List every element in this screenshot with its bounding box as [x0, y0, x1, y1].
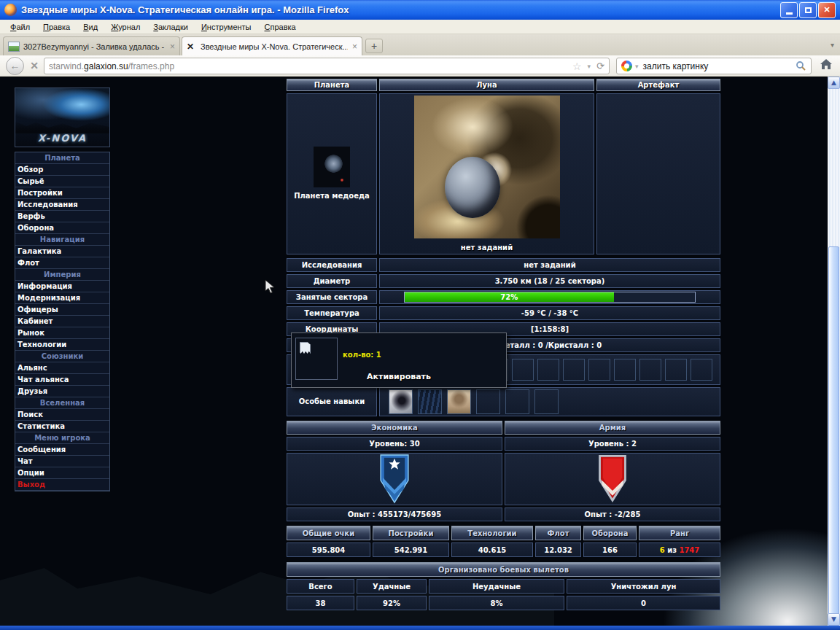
sidebar-item-officers[interactable]: Офицеры: [15, 304, 109, 316]
sidebar-item-alliance[interactable]: Альянс: [15, 362, 109, 374]
artefact-slot[interactable]: [537, 359, 559, 381]
menu-edit[interactable]: Правка: [37, 21, 76, 33]
sidebar-item-defense[interactable]: Оборона: [15, 222, 109, 234]
skill-slot-empty[interactable]: [534, 389, 559, 414]
search-input[interactable]: залить картинку: [643, 61, 796, 71]
window-bottom-border: [0, 626, 840, 630]
minimize-button[interactable]: [780, 2, 798, 18]
sidebar-item-modernization[interactable]: Модернизация: [15, 292, 109, 304]
sidebar-menu: Планета Обзор Сырьё Постройки Исследован…: [15, 152, 110, 491]
bookmark-star-icon[interactable]: ☆: [572, 61, 582, 72]
raids-header-moons-destroyed: Уничтожил лун: [567, 579, 720, 594]
firefox-window: Звездные миры X-Nova. Стратегическая онл…: [0, 0, 840, 630]
reload-icon[interactable]: ⟳: [596, 61, 604, 71]
rank-exp: Опыт : 455173/475695 Опыт : -2/285: [287, 508, 720, 521]
artefact-slot[interactable]: [639, 359, 661, 381]
menu-bar: Файл Правка Вид Журнал Закладки Инструме…: [0, 20, 840, 34]
sidebar-item-fleet[interactable]: Флот: [15, 257, 109, 269]
sidebar-item-friends[interactable]: Друзья: [15, 386, 109, 397]
url-dropdown-icon[interactable]: ▾: [588, 63, 591, 70]
row-diameter: Диаметр 3.750 км (18 / 25 сектора): [287, 274, 720, 288]
tab-bar: 3027Bezymyannyi - Заливка удалась - ... …: [0, 34, 840, 55]
url-path: /frames.php: [128, 61, 174, 71]
skill-icon-1[interactable]: [389, 389, 413, 414]
title-bar: Звездные миры X-Nova. Стратегическая онл…: [0, 0, 840, 20]
tab-list-arrow-icon[interactable]: ▾: [831, 41, 834, 49]
stats-header-fleet: Флот: [535, 526, 581, 540]
menu-history[interactable]: Журнал: [105, 21, 146, 33]
sidebar-item-chat[interactable]: Чат: [15, 456, 109, 467]
sidebar-item-shipyard[interactable]: Верфь: [15, 211, 109, 222]
row-diameter-value: 3.750 км (18 / 25 сектора): [379, 274, 720, 288]
game-logo[interactable]: X-NOVA: [15, 88, 110, 147]
artefact-slot[interactable]: [563, 359, 585, 381]
row-diameter-label: Диаметр: [287, 274, 377, 288]
tab-close-icon[interactable]: ×: [170, 42, 175, 52]
menu-file[interactable]: Файл: [4, 21, 36, 33]
new-tab-button[interactable]: +: [365, 39, 383, 53]
menu-view[interactable]: Вид: [77, 21, 104, 33]
back-button[interactable]: ←: [6, 57, 24, 75]
sidebar-item-statistics[interactable]: Статистика: [15, 421, 109, 432]
google-icon[interactable]: [621, 61, 632, 71]
artefact-slot[interactable]: [614, 359, 636, 381]
url-bar[interactable]: starwind.galaxion.su/frames.php ☆ ▾ ⟳: [44, 58, 610, 74]
row-sectors-label: Занятые сектора: [287, 290, 377, 304]
window-title: Звездные миры X-Nova. Стратегическая онл…: [21, 4, 780, 15]
skill-icon-2[interactable]: [418, 389, 442, 414]
planet-image[interactable]: [314, 147, 350, 187]
header-planet: Планета: [287, 79, 377, 91]
activate-button[interactable]: Активировать: [292, 372, 506, 381]
sidebar-item-overview[interactable]: Обзор: [15, 164, 109, 176]
row-sectors-value: 72%: [379, 290, 720, 304]
tab-1-label: 3027Bezymyannyi - Заливка удалась - ...: [23, 42, 166, 51]
artefact-slot[interactable]: [588, 359, 610, 381]
search-bar[interactable]: ▾ залить картинку: [616, 58, 812, 74]
artefact-slot[interactable]: [691, 359, 712, 381]
maximize-button[interactable]: [799, 2, 817, 18]
home-button[interactable]: [817, 58, 835, 74]
minimize-icon: [786, 12, 793, 15]
sidebar-item-information[interactable]: Информация: [15, 281, 109, 292]
economy-header: Экономика: [287, 421, 502, 435]
close-button[interactable]: ✕: [818, 2, 836, 18]
tab-close-icon[interactable]: ×: [352, 42, 357, 52]
sidebar-item-alliance-chat[interactable]: Чат альянса: [15, 374, 109, 386]
scroll-up-arrow-icon[interactable]: ▲: [828, 77, 840, 89]
scrollbar-thumb[interactable]: [828, 246, 839, 615]
menu-tools[interactable]: Инструменты: [195, 21, 257, 33]
sidebar-item-market[interactable]: Рынок: [15, 327, 109, 339]
skill-icon-3[interactable]: [447, 389, 471, 414]
search-engine-dropdown-icon[interactable]: ▾: [635, 63, 639, 70]
url-domain: galaxion.su: [84, 61, 128, 71]
row-skills-label: Особые навыки: [287, 387, 377, 416]
sidebar-item-exit[interactable]: Выход: [15, 479, 109, 491]
sidebar-item-technologies[interactable]: Технологии: [15, 339, 109, 351]
vertical-scrollbar[interactable]: ▲ ▼: [828, 77, 840, 626]
stop-button[interactable]: ✕: [28, 59, 41, 72]
artefact-slot[interactable]: [512, 359, 534, 381]
sidebar-item-options[interactable]: Опции: [15, 467, 109, 479]
sidebar-item-galaxy[interactable]: Галактика: [15, 246, 109, 257]
economy-level: Уровень: 30: [287, 437, 502, 451]
menu-bookmarks[interactable]: Закладки: [147, 21, 194, 33]
tab-1[interactable]: 3027Bezymyannyi - Заливка удалась - ... …: [3, 36, 180, 55]
sidebar-item-buildings[interactable]: Постройки: [15, 187, 109, 199]
scroll-down-arrow-icon[interactable]: ▼: [828, 613, 840, 626]
army-badge-icon: [597, 454, 628, 504]
sidebar-item-cabinet[interactable]: Кабинет: [15, 316, 109, 327]
tab-2[interactable]: ✕ Звездные миры X-Nova. Стратегическ... …: [182, 36, 362, 55]
planet-cell: Планета медоеда: [287, 93, 377, 254]
sidebar-item-search[interactable]: Поиск: [15, 409, 109, 421]
menu-help[interactable]: Справка: [259, 21, 302, 33]
skill-slot-empty[interactable]: [476, 389, 500, 414]
sidebar-item-research[interactable]: Исследования: [15, 199, 109, 211]
moon-image[interactable]: [414, 96, 560, 238]
sidebar-item-resources[interactable]: Сырьё: [15, 176, 109, 187]
artefact-slot[interactable]: [665, 359, 687, 381]
stats-value-buildings: 542.991: [373, 542, 449, 557]
search-magnifier-icon[interactable]: [796, 61, 806, 71]
sidebar-item-messages[interactable]: Сообщения: [15, 444, 109, 456]
skill-slot-empty[interactable]: [505, 389, 529, 414]
raids-header-row: Всего Удачные Неудачные Уничтожил лун: [287, 579, 720, 594]
